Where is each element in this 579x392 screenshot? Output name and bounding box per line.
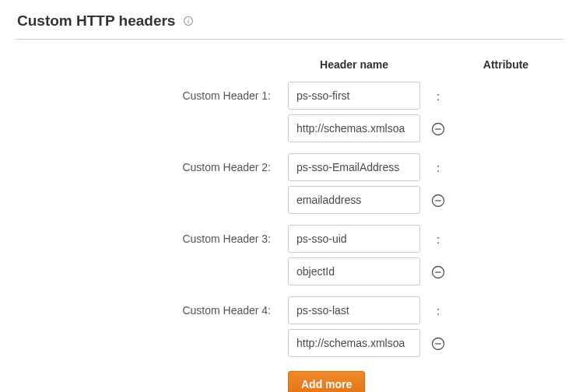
header-name-input[interactable] <box>288 296 420 324</box>
remove-row-button[interactable] <box>431 337 445 351</box>
actions-row: Add more <box>16 371 563 392</box>
custom-header-row: Custom Header 1: : <box>16 82 563 142</box>
header-attribute-input[interactable] <box>288 257 420 285</box>
remove-row-button[interactable] <box>431 122 445 136</box>
row-label: Custom Header 2: <box>16 153 288 214</box>
separator-colon: : <box>437 296 440 324</box>
header-attribute-input[interactable] <box>288 186 420 214</box>
svg-point-2 <box>188 19 189 19</box>
remove-row-button[interactable] <box>431 265 445 279</box>
row-fields <box>288 225 420 285</box>
header-name-input[interactable] <box>288 225 420 253</box>
row-label: Custom Header 4: <box>16 296 288 357</box>
headers-grid: Header name Attribute Custom Header 1: : <box>16 58 563 392</box>
row-label: Custom Header 1: <box>16 82 288 142</box>
header-attribute-input[interactable] <box>288 329 420 357</box>
custom-http-headers-panel: Custom HTTP headers Header name Attribut… <box>0 0 579 392</box>
remove-row-button[interactable] <box>431 194 445 208</box>
row-label: Custom Header 3: <box>16 225 288 285</box>
row-side: : <box>428 82 448 142</box>
section-title-text: Custom HTTP headers <box>17 12 175 30</box>
add-more-button[interactable]: Add more <box>288 371 365 392</box>
custom-header-row: Custom Header 4: : <box>16 296 563 357</box>
row-side: : <box>428 153 448 214</box>
custom-header-row: Custom Header 2: : <box>16 153 563 214</box>
row-side: : <box>428 225 448 285</box>
header-attribute-input[interactable] <box>288 114 420 142</box>
row-fields <box>288 296 420 357</box>
header-name-input[interactable] <box>288 82 420 110</box>
section-title: Custom HTTP headers <box>16 8 563 40</box>
separator-colon: : <box>437 82 440 110</box>
column-header-name: Header name <box>288 58 420 71</box>
separator-colon: : <box>437 153 440 181</box>
info-icon[interactable] <box>183 16 194 26</box>
row-fields <box>288 82 420 142</box>
row-fields <box>288 153 420 214</box>
separator-colon: : <box>437 225 440 253</box>
column-headers: Header name Attribute <box>16 58 563 71</box>
column-header-attribute: Attribute <box>448 58 563 71</box>
header-name-input[interactable] <box>288 153 420 181</box>
actions-spacer <box>16 371 288 392</box>
row-side: : <box>428 296 448 357</box>
custom-header-row: Custom Header 3: : <box>16 225 563 285</box>
